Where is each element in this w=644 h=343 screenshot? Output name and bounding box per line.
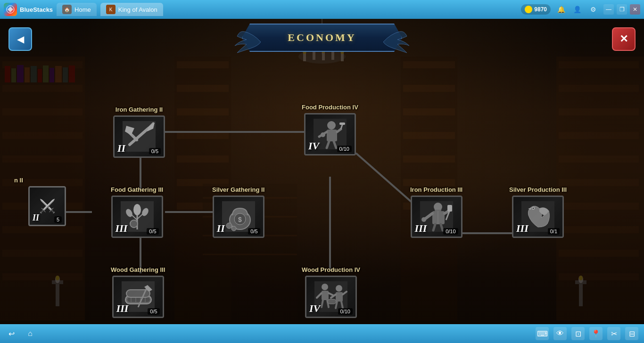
iron-gathering-ii-progress: 0/5 <box>149 148 161 155</box>
iron-production-iii-label: Iron Production III <box>410 186 462 194</box>
svg-point-95 <box>133 204 141 215</box>
close-window-button[interactable]: ✕ <box>630 4 640 15</box>
home-nav-icon[interactable]: ⌂ <box>25 328 36 339</box>
bluestacks-label: BlueStacks <box>20 6 53 13</box>
wood-gathering-iii-node[interactable]: Wood Gathering III <box>111 266 165 318</box>
taskbar: ↩ ⌂ ⌨ 👁 ⊡ 📍 ✂ ⊟ <box>0 324 644 343</box>
svg-rect-109 <box>127 297 150 302</box>
back-button[interactable]: ◀ <box>8 27 32 51</box>
notification-icon[interactable]: 🔔 <box>555 4 567 15</box>
grid-icon[interactable]: ⊟ <box>625 327 638 340</box>
svg-point-100 <box>130 220 138 228</box>
home-tab-label: Home <box>74 6 91 13</box>
settings-icon[interactable]: ⚙ <box>587 4 599 15</box>
back-icon: ◀ <box>17 33 24 45</box>
svg-rect-119 <box>327 130 337 141</box>
iron-production-iii-progress: 0/10 <box>443 228 458 235</box>
food-production-iv-roman: IV <box>308 140 319 152</box>
close-button[interactable]: ✕ <box>612 27 636 51</box>
home-tab[interactable]: 🏠 Home <box>57 3 97 16</box>
wood-gathering-iii-box: III 0/5 <box>112 276 164 318</box>
silver-production-iii-progress: 0/1 <box>548 228 560 235</box>
silver-gathering-ii-label: Silver Gathering II <box>212 186 264 194</box>
iron-gathering-ii-box: II 0/5 <box>113 115 165 158</box>
svg-rect-140 <box>328 299 336 304</box>
bluestacks-logo: BlueStacks <box>4 3 53 16</box>
location-icon[interactable]: 📍 <box>589 327 603 340</box>
svg-point-128 <box>322 284 328 290</box>
minimize-button[interactable]: — <box>603 4 614 15</box>
eye-icon[interactable]: 👁 <box>553 327 567 340</box>
iron-production-iii-node[interactable]: Iron Production III <box>410 186 462 238</box>
iron-production-iii-box: III 0/10 <box>411 196 462 238</box>
keyboard-icon[interactable]: ⌨ <box>536 327 549 340</box>
title-bar: BlueStacks 🏠 Home K King of Avalon 9870 … <box>0 0 644 19</box>
food-gathering-iii-roman: III <box>116 222 128 235</box>
svg-point-126 <box>321 132 325 137</box>
food-gathering-iii-label: Food Gathering III <box>111 186 163 194</box>
wood-production-iv-box: IV 0/10 <box>305 276 357 318</box>
iron-gathering-ii-roman: II <box>117 142 125 155</box>
silver-gathering-ii-box: $ II 0/5 <box>213 196 264 238</box>
food-gathering-iii-progress: 0/5 <box>147 228 158 235</box>
silver-production-iii-box: III 0/1 <box>512 196 564 238</box>
food-gathering-iii-box: III 0/5 <box>111 196 163 238</box>
profile-icon[interactable]: 👤 <box>571 4 583 15</box>
close-icon: ✕ <box>619 33 628 45</box>
svg-point-154 <box>533 208 534 209</box>
wood-production-iv-roman: IV <box>309 302 320 315</box>
iron-gathering-ii-label: Iron Gathering II <box>116 106 163 114</box>
svg-rect-148 <box>447 205 452 212</box>
silver-production-iii-roman: III <box>516 222 528 235</box>
svg-point-105 <box>226 223 232 229</box>
silver-production-iii-node[interactable]: Silver Production III <box>509 186 567 238</box>
svg-point-118 <box>327 121 336 130</box>
wood-production-iv-node[interactable]: Wood Production IV <box>302 266 360 318</box>
wood-gathering-iii-label: Wood Gathering III <box>111 266 165 274</box>
maximize-button[interactable]: ❐ <box>617 4 627 15</box>
svg-text:K: K <box>109 7 112 12</box>
svg-text:$: $ <box>238 216 242 223</box>
game-tab[interactable]: K King of Avalon <box>100 3 163 16</box>
taskbar-right: ⌨ 👁 ⊡ 📍 ✂ ⊟ <box>536 327 638 340</box>
bluestacks-icon <box>4 3 17 16</box>
svg-point-146 <box>421 217 426 222</box>
partial-node-left[interactable]: ⚔️ II 5 <box>28 186 66 226</box>
partial-node-roman: II <box>33 213 39 223</box>
wood-gathering-iii-roman: III <box>116 302 129 315</box>
window-controls: — ❐ ✕ <box>603 4 640 15</box>
partial-node-label: n II <box>14 177 23 184</box>
home-tab-icon: 🏠 <box>62 5 72 14</box>
economy-banner: ECONOMY <box>242 24 402 52</box>
title-bar-right: 9870 🔔 👤 ⚙ — ❐ ✕ <box>521 4 640 15</box>
partial-node-progress: 5 <box>54 216 62 223</box>
svg-rect-114 <box>126 290 150 297</box>
silver-gathering-ii-progress: 0/5 <box>248 228 260 235</box>
screen-icon[interactable]: ⊡ <box>571 327 585 340</box>
coin-count: 9870 <box>534 6 547 13</box>
iron-gathering-ii-node[interactable]: Iron Gathering II II 0/5 <box>113 106 165 158</box>
svg-marker-1 <box>8 7 13 12</box>
right-wing-decoration <box>381 29 409 55</box>
left-wing-decoration <box>235 29 263 55</box>
svg-rect-135 <box>336 292 343 302</box>
food-production-iv-label: Food Production IV <box>302 104 358 111</box>
svg-rect-143 <box>432 211 445 224</box>
silver-gathering-ii-node[interactable]: Silver Gathering II $ <box>212 186 264 238</box>
back-nav-icon[interactable]: ↩ <box>6 328 17 339</box>
food-production-iv-progress: 0/10 <box>337 146 352 152</box>
food-production-iv-node[interactable]: Food Production IV <box>302 104 358 155</box>
silver-gathering-ii-roman: II <box>217 222 225 235</box>
coin-icon <box>525 6 532 13</box>
svg-point-106 <box>231 226 236 231</box>
wood-gathering-iii-progress: 0/5 <box>148 308 159 315</box>
iron-production-iii-roman: III <box>415 222 427 235</box>
svg-rect-123 <box>339 122 345 125</box>
food-gathering-iii-node[interactable]: Food Gathering III <box>111 186 163 238</box>
food-production-iv-box: IV 0/10 <box>304 113 356 155</box>
svg-point-134 <box>336 285 342 292</box>
scissors-icon[interactable]: ✂ <box>607 327 620 340</box>
game-area: ECONOMY ◀ ✕ <box>0 19 644 324</box>
game-tab-icon: K <box>106 5 116 14</box>
wood-production-iv-label: Wood Production IV <box>302 266 360 274</box>
